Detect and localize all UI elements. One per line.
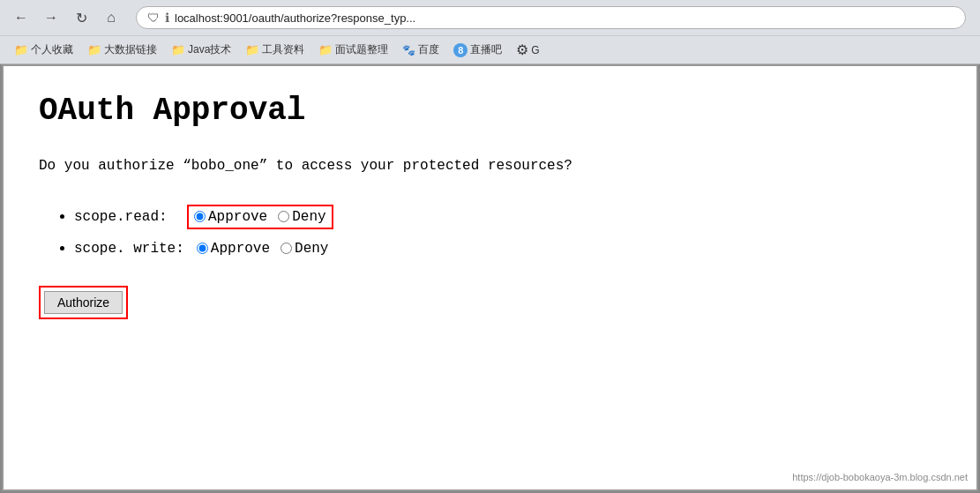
reload-button[interactable]: ↻ — [69, 5, 94, 30]
authorization-question: Do you authorize “bobo_one” to access yo… — [39, 155, 941, 178]
github-icon: ⚙ — [516, 41, 528, 58]
scope-write-label: scope. write: — [74, 241, 184, 257]
baidu-icon: 🐾 — [402, 44, 415, 56]
approve-label-write: Approve — [211, 241, 270, 257]
authorize-button[interactable]: Authorize — [44, 291, 123, 314]
scope-read-item: scope.read: Approve Deny — [74, 205, 941, 229]
approve-label-read: Approve — [208, 209, 267, 225]
scope-read-deny-radio[interactable] — [278, 211, 289, 222]
bookmark-bigdata[interactable]: 📁 大数据链接 — [82, 41, 162, 59]
scope-write-deny-option[interactable]: Deny — [281, 241, 328, 257]
home-button[interactable]: ⌂ — [99, 5, 123, 30]
scope-write-radio-group: Approve Deny — [191, 238, 334, 259]
scope-read-label: scope.read: — [74, 209, 180, 225]
shield-icon: 🛡 — [147, 11, 160, 25]
bookmarks-bar: 📁 个人收藏 📁 大数据链接 📁 Java技术 📁 工具资料 📁 面试题整理 🐾… — [0, 35, 980, 63]
folder-icon-4: 📁 — [245, 43, 259, 56]
bookmark-interview[interactable]: 📁 面试题整理 — [313, 41, 393, 59]
scopes-list: scope.read: Approve Deny — [39, 205, 941, 259]
scope-write-approve-radio[interactable] — [197, 243, 208, 254]
bookmark-tools[interactable]: 📁 工具资料 — [240, 41, 310, 59]
info-icon: ℹ — [165, 11, 169, 25]
watermark: https://djob-bobokaoya-3m.blog.csdn.net — [792, 472, 968, 482]
address-bar[interactable]: 🛡 ℹ localhost:9001/oauth/authorize?respo… — [136, 6, 966, 29]
authorize-button-wrapper: Authorize — [39, 286, 128, 319]
bookmark-java[interactable]: 📁 Java技术 — [166, 41, 236, 59]
bookmark-baidu[interactable]: 🐾 百度 — [397, 41, 445, 59]
page-content: OAuth Approval Do you authorize “bobo_on… — [2, 64, 978, 491]
scope-read-approve-radio[interactable] — [194, 211, 206, 222]
folder-icon-3: 📁 — [171, 43, 185, 56]
authorize-section: Authorize — [39, 286, 941, 319]
folder-icon-5: 📁 — [318, 43, 333, 56]
live-icon: 8 — [453, 43, 468, 57]
address-text: localhost:9001/oauth/authorize?response_… — [175, 11, 415, 25]
bookmark-personal[interactable]: 📁 个人收藏 — [9, 41, 79, 59]
scope-read-deny-option[interactable]: Deny — [278, 209, 325, 225]
scope-write-approve-option[interactable]: Approve — [197, 241, 270, 257]
scope-write-deny-radio[interactable] — [281, 243, 292, 254]
scope-read-radio-group: Approve Deny — [187, 205, 333, 229]
bookmark-github[interactable]: ⚙ G — [511, 40, 544, 60]
deny-label-write: Deny — [295, 241, 328, 257]
forward-button[interactable]: → — [39, 5, 64, 30]
deny-label-read: Deny — [292, 209, 325, 225]
folder-icon: 📁 — [14, 43, 28, 56]
page-title: OAuth Approval — [39, 93, 941, 129]
scope-read-approve-option[interactable]: Approve — [194, 209, 267, 225]
bookmark-live[interactable]: 8 直播吧 — [448, 41, 507, 59]
scope-write-item: scope. write: Approve Deny — [74, 238, 941, 259]
back-button[interactable]: ← — [9, 5, 34, 30]
folder-icon-2: 📁 — [87, 43, 101, 56]
